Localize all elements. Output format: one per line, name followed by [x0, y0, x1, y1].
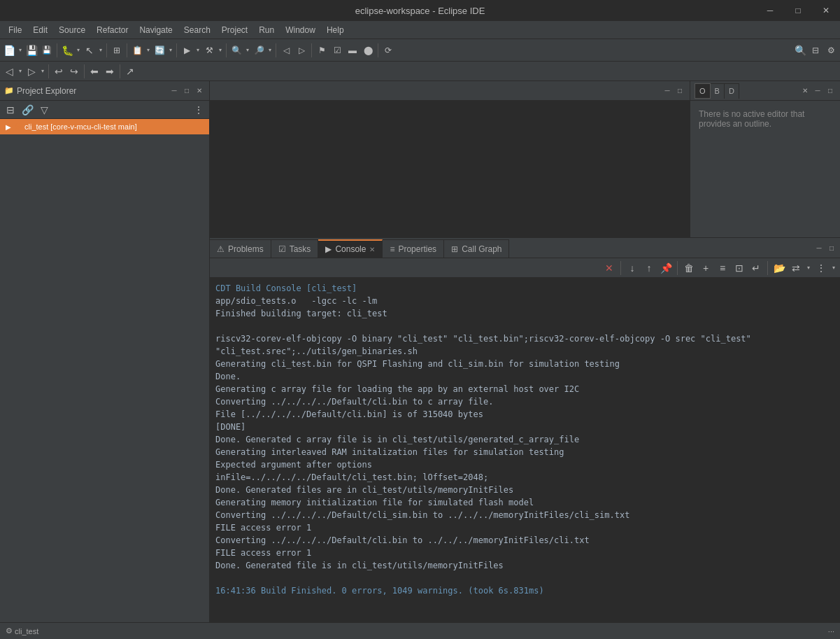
- outline-close-btn[interactable]: ✕: [799, 85, 811, 97]
- search-dropdown[interactable]: ▾: [244, 43, 251, 58]
- problems-icon: ⚠: [217, 244, 225, 254]
- new-console-btn[interactable]: +: [698, 260, 713, 276]
- project-explorer-toolbar: ⊟ 🔗 ▽ ⋮: [0, 101, 209, 119]
- display-selected2-btn[interactable]: ⊡: [732, 260, 747, 276]
- menu-refactor[interactable]: Refactor: [91, 23, 134, 37]
- tree-item-cli-test[interactable]: ▶ ⚙ cli_test [core-v-mcu-cli-test main]: [0, 119, 209, 134]
- editor-maximize-btn[interactable]: □: [674, 85, 685, 97]
- panel-maximize-btn[interactable]: □: [181, 85, 192, 97]
- nav-back-btn[interactable]: ⬅: [87, 64, 102, 79]
- forward-dropdown[interactable]: ▾: [39, 64, 46, 79]
- undo-btn[interactable]: ↩: [51, 64, 66, 79]
- forward-btn[interactable]: ▷: [24, 64, 39, 79]
- properties-label: Properties: [398, 244, 436, 254]
- new-button[interactable]: 📄: [1, 43, 17, 58]
- open-perspective-btn[interactable]: ⊞: [109, 43, 124, 58]
- filter-btn[interactable]: ▽: [36, 102, 52, 118]
- outline-tab-b[interactable]: B: [711, 83, 725, 99]
- status-three-dots[interactable]: ···: [828, 627, 834, 636]
- view-menu2-btn[interactable]: ⋮: [813, 260, 829, 276]
- switch-console-btn[interactable]: ⇄: [788, 260, 804, 276]
- find-dropdown[interactable]: ▾: [266, 43, 273, 58]
- minimize-button[interactable]: ─: [756, 0, 784, 21]
- save-button[interactable]: 💾: [24, 43, 39, 58]
- panel-close-btn[interactable]: ✕: [194, 85, 205, 97]
- secondary-toolbar: ◁ ▾ ▷ ▾ ↩ ↪ ⬅ ➡ ↗: [0, 62, 840, 81]
- new-dropdown[interactable]: ▾: [17, 43, 24, 58]
- more-btn[interactable]: ⟳: [380, 43, 396, 58]
- menu-search[interactable]: Search: [178, 23, 216, 37]
- menu-window[interactable]: Window: [280, 23, 321, 37]
- task-dropdown[interactable]: ▾: [145, 43, 152, 58]
- scroll-up-btn[interactable]: ↑: [641, 260, 657, 276]
- panel-minimize-btn[interactable]: ─: [169, 85, 180, 97]
- console-dropdown[interactable]: ▾: [805, 260, 812, 276]
- terminate-btn[interactable]: ✕: [601, 260, 617, 276]
- outline-minimize-btn[interactable]: ─: [812, 85, 823, 97]
- back-dropdown[interactable]: ▾: [17, 64, 24, 79]
- word-wrap-btn[interactable]: ↵: [748, 260, 764, 276]
- con-sep2: [677, 261, 678, 275]
- build-dropdown[interactable]: ▾: [217, 43, 224, 58]
- outline-maximize-btn[interactable]: □: [825, 85, 836, 97]
- run-last-btn[interactable]: ▶: [179, 43, 194, 58]
- outline-tab-o[interactable]: O: [695, 83, 711, 99]
- back-btn[interactable]: ◁: [1, 64, 17, 79]
- prev-btn[interactable]: ◁: [278, 43, 294, 58]
- debug-dropdown[interactable]: ▾: [75, 43, 82, 58]
- tasks-btn[interactable]: ☑: [329, 43, 345, 58]
- tasks-icon: ☑: [278, 244, 286, 254]
- clear-console-btn[interactable]: 🗑: [681, 260, 697, 276]
- preferences-btn[interactable]: ⚙: [823, 43, 839, 58]
- markers-btn[interactable]: ⚑: [314, 43, 329, 58]
- open-task-btn[interactable]: 📋: [129, 43, 145, 58]
- scroll-down-btn[interactable]: ↓: [625, 260, 640, 276]
- close-button[interactable]: ✕: [812, 0, 840, 21]
- view-menu-btn[interactable]: ⋮: [191, 102, 206, 118]
- console-content[interactable]: CDT Build Console [cli_test] app/sdio_te…: [210, 278, 840, 622]
- menu-run[interactable]: Run: [253, 23, 280, 37]
- outline-tab-d[interactable]: D: [725, 83, 739, 99]
- redo-btn[interactable]: ↪: [66, 64, 82, 79]
- next-btn[interactable]: ▷: [294, 43, 309, 58]
- console-btn[interactable]: ▬: [345, 43, 360, 58]
- perspectives-btn[interactable]: ⊟: [808, 43, 823, 58]
- refresh-btn[interactable]: 🔄: [152, 43, 167, 58]
- console-minimize-btn[interactable]: ─: [813, 242, 825, 253]
- open-file-btn[interactable]: 📂: [771, 260, 787, 276]
- console-maximize-btn[interactable]: □: [826, 242, 837, 253]
- search-bar-btn[interactable]: 🔍: [792, 43, 808, 58]
- menu-navigate[interactable]: Navigate: [134, 23, 178, 37]
- find-btn[interactable]: 🔎: [251, 43, 266, 58]
- cursor-dropdown[interactable]: ▾: [97, 43, 104, 58]
- tab-callgraph[interactable]: ⊞ Call Graph: [444, 239, 509, 258]
- refresh-dropdown[interactable]: ▾: [167, 43, 174, 58]
- link-with-editor-btn[interactable]: 🔗: [20, 102, 35, 118]
- menu-project[interactable]: Project: [216, 23, 253, 37]
- menu-source[interactable]: Source: [53, 23, 91, 37]
- tab-problems[interactable]: ⚠ Problems: [210, 239, 271, 258]
- tab-tasks[interactable]: ☑ Tasks: [271, 239, 319, 258]
- menu-edit[interactable]: Edit: [27, 23, 53, 37]
- display-selected-btn[interactable]: ≡: [715, 260, 730, 276]
- restore-button[interactable]: □: [784, 0, 812, 21]
- console-tab-close[interactable]: ✕: [369, 246, 375, 253]
- menu-file[interactable]: File: [3, 23, 27, 37]
- breakpoints-btn[interactable]: ⬤: [360, 43, 376, 58]
- menu-help[interactable]: Help: [321, 23, 350, 37]
- editor-minimize-btn[interactable]: ─: [662, 85, 673, 97]
- pin-scroll-btn[interactable]: 📌: [658, 260, 674, 276]
- build-btn[interactable]: ⚒: [201, 43, 217, 58]
- run-dropdown[interactable]: ▾: [194, 43, 201, 58]
- editor-controls: ─ □: [662, 85, 685, 97]
- cursor-btn[interactable]: ↖: [82, 43, 97, 58]
- nav-fwd-btn[interactable]: ➡: [102, 64, 118, 79]
- tab-properties[interactable]: ≡ Properties: [383, 239, 444, 258]
- debug-button[interactable]: 🐛: [59, 43, 75, 58]
- tab-console[interactable]: ▶ Console ✕: [318, 239, 383, 258]
- save-all-button[interactable]: 💾: [39, 43, 55, 58]
- view-menu2-dropdown[interactable]: ▾: [830, 260, 837, 276]
- collapse-all-btn[interactable]: ⊟: [3, 102, 18, 118]
- search-btn[interactable]: 🔍: [229, 43, 244, 58]
- show-source-btn[interactable]: ↗: [122, 64, 138, 79]
